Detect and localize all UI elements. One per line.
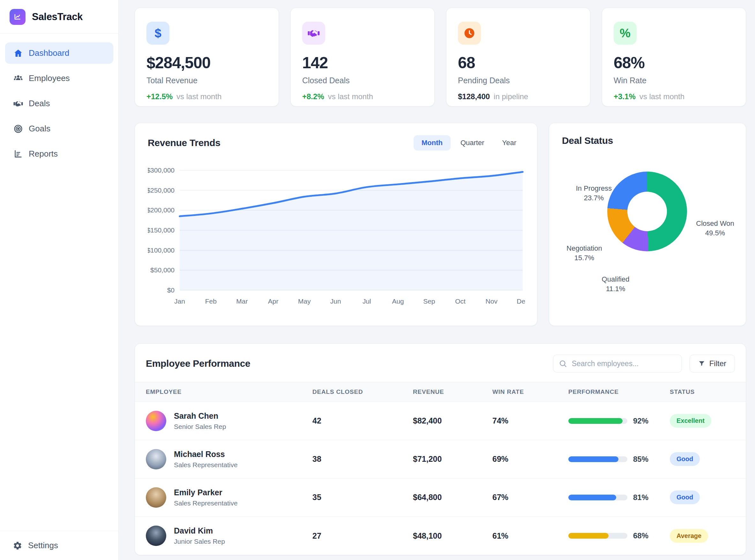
table-header-row: EMPLOYEE DEALS CLOSED REVENUE WIN RATE P… [135,382,746,402]
kpi-delta: +3.1% [614,92,636,101]
svg-text:Jul: Jul [363,298,371,305]
status-badge: Excellent [670,414,711,428]
deals-closed-value: 35 [312,493,413,502]
svg-text:$50,000: $50,000 [150,266,175,274]
deal-status-card: Deal Status In Progress 23.7% Closed Won… [549,123,746,326]
donut-label-in-progress: In Progress 23.7% [576,184,612,203]
avatar [146,411,166,431]
deal-status-donut [607,172,687,251]
kpi-card-closed-deals: 142 Closed Deals +8.2%vs last month [290,8,434,106]
filter-label: Filter [709,359,726,368]
win-rate-value: 61% [492,531,568,541]
svg-text:$200,000: $200,000 [148,206,175,214]
sidebar-item-employees[interactable]: Employees [5,67,113,89]
kpi-label: Win Rate [614,76,734,85]
win-rate-value: 74% [492,416,568,425]
kpi-sub-text: vs last month [639,92,684,101]
kpi-delta: +12.5% [147,92,173,101]
status-badge: Average [670,529,708,543]
deal-status-title: Deal Status [562,135,733,146]
svg-text:Nov: Nov [486,298,498,305]
kpi-value: 68 [458,54,579,72]
sidebar-footer: Settings [0,531,118,560]
performance-value: 68% [633,531,648,540]
kpi-value: 68% [614,54,734,72]
kpi-delta: +8.2% [302,92,324,101]
employee-name: Emily Parker [174,488,238,497]
deals-closed-value: 27 [312,531,413,541]
performance-value: 85% [633,455,648,464]
performance-value: 81% [633,493,648,502]
revenue-value: $71,200 [413,455,492,464]
kpi-card-total-revenue: $ $284,500 Total Revenue +12.5%vs last m… [135,8,279,106]
sidebar-item-label: Goals [29,124,51,134]
svg-text:Feb: Feb [205,298,217,305]
table-row: Emily Parker Sales Representative 35 $64… [135,478,746,517]
sidebar-item-deals[interactable]: Deals [5,93,113,114]
search-box [553,355,682,373]
tab-month[interactable]: Month [413,135,450,151]
kpi-label: Pending Deals [458,76,579,85]
avatar [146,487,166,508]
svg-text:$0: $0 [167,286,175,294]
sidebar-item-label: Dashboard [29,48,69,58]
handshake-icon [302,22,325,45]
users-icon [14,74,23,83]
sidebar-item-reports[interactable]: Reports [5,143,113,164]
app-title: SalesTrack [32,11,83,23]
sidebar-item-dashboard[interactable]: Dashboard [5,42,113,64]
kpi-card-pending-deals: 68 Pending Deals $128,400in pipeline [446,8,591,106]
avatar [146,449,166,469]
handshake-icon [14,99,23,108]
sidebar-item-settings[interactable]: Settings [13,541,105,551]
svg-text:$150,000: $150,000 [148,226,175,234]
performance-bar [568,456,627,462]
table-row: Sarah Chen Senior Sales Rep 42 $82,400 7… [135,402,746,440]
brand-header: SalesTrack [0,0,118,34]
kpi-label: Closed Deals [302,76,423,85]
status-badge: Good [670,491,700,504]
performance-bar [568,533,627,539]
settings-label: Settings [28,541,58,551]
bar-chart-icon [14,149,23,159]
revenue-value: $48,100 [413,531,492,541]
employee-performance-card: Employee Performance Filter EMPLOYEE DEA… [135,343,746,555]
svg-text:$100,000: $100,000 [148,246,175,254]
donut-label-qualified: Qualified 11.1% [602,275,630,294]
donut-label-closed-won: Closed Won 49.5% [696,219,734,238]
target-icon [14,124,23,134]
svg-text:Jun: Jun [330,298,341,305]
svg-text:$250,000: $250,000 [148,186,175,194]
deals-closed-value: 42 [312,416,413,425]
sidebar-item-goals[interactable]: Goals [5,118,113,139]
kpi-sub-text: in pipeline [493,92,528,101]
employee-name: Michael Ross [174,449,238,459]
revenue-trends-card: Revenue Trends Month Quarter Year $0$50,… [135,123,537,326]
kpi-label: Total Revenue [147,76,267,85]
table-row: Michael Ross Sales Representative 38 $71… [135,440,746,478]
avatar [146,525,166,546]
app-logo [9,9,25,25]
employee-name: David Kim [174,526,225,536]
kpi-value: 142 [302,54,423,72]
performance-bar [568,418,627,424]
filter-button[interactable]: Filter [690,355,735,373]
kpi-card-win-rate: % 68% Win Rate +3.1%vs last month [602,8,746,106]
revenue-value: $64,800 [413,493,492,502]
svg-text:Dec: Dec [517,298,525,305]
tab-year[interactable]: Year [494,135,524,151]
donut-label-negotiation: Negotiation 15.7% [566,244,602,263]
gear-icon [13,541,22,551]
deals-closed-value: 38 [312,455,413,464]
kpi-sub-text: vs last month [328,92,373,101]
clock-icon [458,22,481,45]
funnel-icon [698,360,705,367]
svg-text:Jan: Jan [174,298,185,305]
employee-name: Sarah Chen [174,412,226,421]
kpi-row: $ $284,500 Total Revenue +12.5%vs last m… [135,8,746,106]
revenue-chart: $0$50,000$100,000$150,000$200,000$250,00… [148,162,525,318]
search-input[interactable] [553,355,682,373]
employee-role: Sales Representative [174,461,238,469]
tab-quarter[interactable]: Quarter [452,135,492,151]
win-rate-value: 69% [492,455,568,464]
